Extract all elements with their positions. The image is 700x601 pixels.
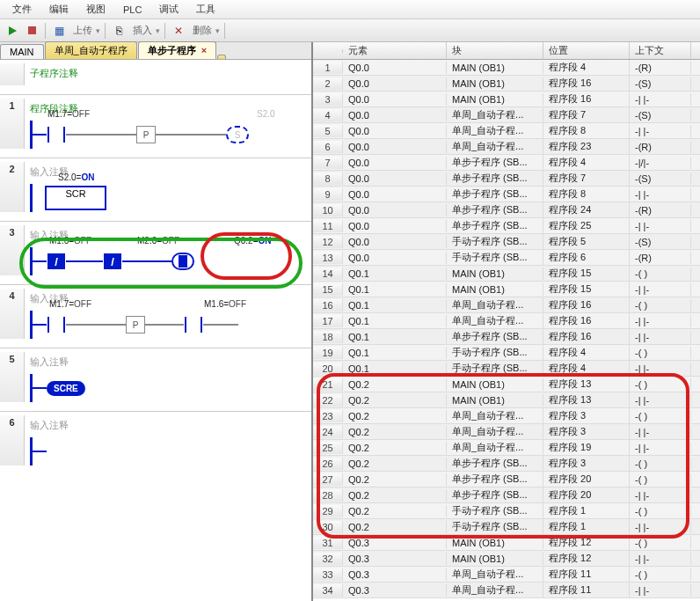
table-row[interactable]: 10Q0.0单步子程序 (SB...程序段 24-(R) bbox=[313, 202, 700, 218]
tab-overflow[interactable] bbox=[217, 55, 226, 59]
coil[interactable]: S bbox=[226, 126, 249, 143]
table-row[interactable]: 15Q0.1MAIN (OB1)程序段 15-| |- bbox=[313, 282, 700, 297]
menu-PLC[interactable]: PLC bbox=[114, 3, 150, 17]
row-number: 24 bbox=[313, 426, 343, 438]
delete-label[interactable]: 删除 bbox=[189, 24, 215, 37]
run-button[interactable] bbox=[4, 22, 21, 40]
table-row[interactable]: 1Q0.0MAIN (OB1)程序段 4-(R) bbox=[313, 60, 700, 76]
tool-icon-1[interactable]: ▦ bbox=[50, 22, 68, 40]
rung[interactable]: SCRE bbox=[30, 374, 311, 402]
table-row[interactable]: 14Q0.1MAIN (OB1)程序段 15-( ) bbox=[313, 266, 700, 282]
table-row[interactable]: 33Q0.3单周_自动子程...程序段 11-( ) bbox=[313, 567, 700, 583]
menu-视图[interactable]: 视图 bbox=[77, 1, 114, 18]
tool-icon-3[interactable]: ✕ bbox=[170, 22, 187, 40]
cell: 程序段 3 bbox=[543, 456, 630, 471]
wire bbox=[66, 134, 136, 136]
table-row[interactable]: 9Q0.0单步子程序 (SB...程序段 8-| |- bbox=[313, 187, 700, 202]
table-row[interactable]: 20Q0.1手动子程序 (SB...程序段 4-| |- bbox=[313, 361, 700, 377]
table-row[interactable]: 7Q0.0单步子程序 (SB...程序段 4-|/|- bbox=[313, 155, 700, 171]
table-row[interactable]: 6Q0.0单周_自动子程...程序段 23-(R) bbox=[313, 139, 700, 155]
cell: MAIN (OB1) bbox=[447, 62, 543, 74]
contact[interactable] bbox=[47, 127, 65, 143]
stop-button[interactable] bbox=[23, 22, 40, 40]
cell: 手动子程序 (SB... bbox=[447, 519, 543, 534]
row-number: 25 bbox=[313, 442, 343, 454]
menu-调试[interactable]: 调试 bbox=[150, 1, 187, 18]
rung[interactable]: S2.0=ONSCR bbox=[30, 184, 311, 212]
row-number: 18 bbox=[313, 331, 343, 343]
rung[interactable] bbox=[30, 437, 311, 465]
table-row[interactable]: 29Q0.2手动子程序 (SB...程序段 1-( ) bbox=[313, 503, 700, 519]
table-row[interactable]: 25Q0.2单周_自动子程...程序段 19-| |- bbox=[313, 440, 700, 456]
table-row[interactable]: 27Q0.2单步子程序 (SB...程序段 20-( ) bbox=[313, 472, 700, 487]
table-row[interactable]: 18Q0.1单步子程序 (SB...程序段 16-| |- bbox=[313, 329, 700, 345]
pulse-box[interactable]: P bbox=[126, 316, 145, 333]
row-number: 16 bbox=[313, 299, 343, 311]
insert-label[interactable]: 插入 bbox=[129, 24, 156, 37]
table-row[interactable]: 30Q0.2手动子程序 (SB...程序段 1-| |- bbox=[313, 519, 700, 535]
table-row[interactable]: 5Q0.0单周_自动子程...程序段 8-| |- bbox=[313, 123, 700, 139]
contact[interactable]: / bbox=[47, 253, 65, 269]
col-element[interactable]: 元素 bbox=[343, 42, 447, 59]
table-row[interactable]: 26Q0.2单步子程序 (SB...程序段 3-( ) bbox=[313, 456, 700, 472]
close-icon[interactable]: × bbox=[201, 45, 207, 55]
cell: -(R) bbox=[630, 252, 691, 264]
upload-label[interactable]: 上传 bbox=[69, 24, 96, 37]
cell: 单步子程序 (SB... bbox=[447, 218, 543, 233]
table-row[interactable]: 13Q0.0手动子程序 (SB...程序段 6-(R) bbox=[313, 250, 700, 266]
menu-文件[interactable]: 文件 bbox=[4, 1, 40, 18]
ladder-area[interactable]: 子程序注释 1程序段注释M1.7=OFFPS2.0S2输入注释S2.0=ONSC… bbox=[0, 60, 311, 601]
table-row[interactable]: 8Q0.0单步子程序 (SB...程序段 7-(S) bbox=[313, 171, 700, 187]
cell: 单步子程序 (SB... bbox=[447, 472, 543, 487]
col-block[interactable]: 块 bbox=[447, 42, 543, 59]
cell: -| |- bbox=[630, 584, 691, 597]
table-row[interactable]: 2Q0.0MAIN (OB1)程序段 16-(S) bbox=[313, 76, 700, 92]
tab-单步子程序[interactable]: 单步子程序× bbox=[138, 41, 216, 59]
operand-label: Q0.2=ON bbox=[234, 236, 272, 246]
wire bbox=[122, 260, 171, 262]
table-row[interactable]: 24Q0.2单周_自动子程...程序段 3-| |- bbox=[313, 424, 700, 440]
cell: 程序段 15 bbox=[543, 282, 630, 297]
rung[interactable]: M1.6=OFF/M2.0=OFF/Q0.2=ON bbox=[30, 247, 311, 275]
cell: Q0.3 bbox=[343, 584, 447, 597]
table-row[interactable]: 12Q0.0手动子程序 (SB...程序段 5-(S) bbox=[313, 234, 700, 250]
menu-编辑[interactable]: 编辑 bbox=[40, 1, 77, 18]
contact[interactable] bbox=[47, 317, 65, 333]
table-row[interactable]: 34Q0.3单周_自动子程...程序段 11-| |- bbox=[313, 583, 700, 598]
tab-MAIN[interactable]: MAIN bbox=[0, 44, 44, 59]
cell: 单周_自动子程... bbox=[447, 440, 543, 455]
table-row[interactable]: 23Q0.2单周_自动子程...程序段 3-( ) bbox=[313, 408, 700, 424]
menu-工具[interactable]: 工具 bbox=[187, 1, 224, 18]
scre-pill[interactable]: SCRE bbox=[47, 381, 85, 396]
table-row[interactable]: 11Q0.0单步子程序 (SB...程序段 25-| |- bbox=[313, 218, 700, 234]
grid-body[interactable]: 1Q0.0MAIN (OB1)程序段 4-(R)2Q0.0MAIN (OB1)程… bbox=[313, 60, 700, 601]
table-row[interactable]: 19Q0.1手动子程序 (SB...程序段 4-( ) bbox=[313, 345, 700, 361]
table-row[interactable]: 21Q0.2MAIN (OB1)程序段 13-( ) bbox=[313, 377, 700, 392]
coil[interactable] bbox=[171, 253, 194, 270]
table-row[interactable]: 32Q0.3MAIN (OB1)程序段 12-| |- bbox=[313, 551, 700, 567]
cell: Q0.0 bbox=[343, 157, 447, 169]
contact[interactable] bbox=[185, 317, 202, 333]
contact[interactable]: / bbox=[104, 253, 121, 269]
table-row[interactable]: 22Q0.2MAIN (OB1)程序段 13-| |- bbox=[313, 392, 700, 408]
table-row[interactable]: 28Q0.2单步子程序 (SB...程序段 20-| |- bbox=[313, 487, 700, 503]
table-row[interactable]: 16Q0.1单周_自动子程...程序段 16-( ) bbox=[313, 297, 700, 313]
rung[interactable]: M1.7=OFFPM1.6=OFF bbox=[30, 311, 311, 339]
rung[interactable]: M1.7=OFFPS2.0S bbox=[30, 121, 311, 149]
table-row[interactable]: 17Q0.1单周_自动子程...程序段 16-| |- bbox=[313, 313, 700, 329]
operand-label: M1.7=OFF bbox=[47, 109, 90, 119]
pulse-box[interactable]: P bbox=[136, 126, 156, 143]
cell: 程序段 20 bbox=[543, 472, 630, 487]
cell: Q0.0 bbox=[343, 77, 447, 90]
table-row[interactable]: 3Q0.0MAIN (OB1)程序段 16-| |- bbox=[313, 92, 700, 107]
tool-icon-2[interactable]: ⎘ bbox=[110, 22, 128, 40]
table-row[interactable]: 4Q0.0单周_自动子程...程序段 7-(S) bbox=[313, 107, 700, 123]
scr-box[interactable]: SCR bbox=[45, 186, 106, 210]
cell: Q0.2 bbox=[343, 426, 447, 438]
col-context[interactable]: 上下文 bbox=[630, 42, 691, 59]
col-location[interactable]: 位置 bbox=[543, 42, 630, 59]
network-number: 3 bbox=[0, 225, 25, 275]
tab-单周_自动子程序[interactable]: 单周_自动子程序 bbox=[45, 41, 137, 59]
table-row[interactable]: 31Q0.3MAIN (OB1)程序段 12-( ) bbox=[313, 535, 700, 551]
cell: -(S) bbox=[630, 172, 691, 185]
